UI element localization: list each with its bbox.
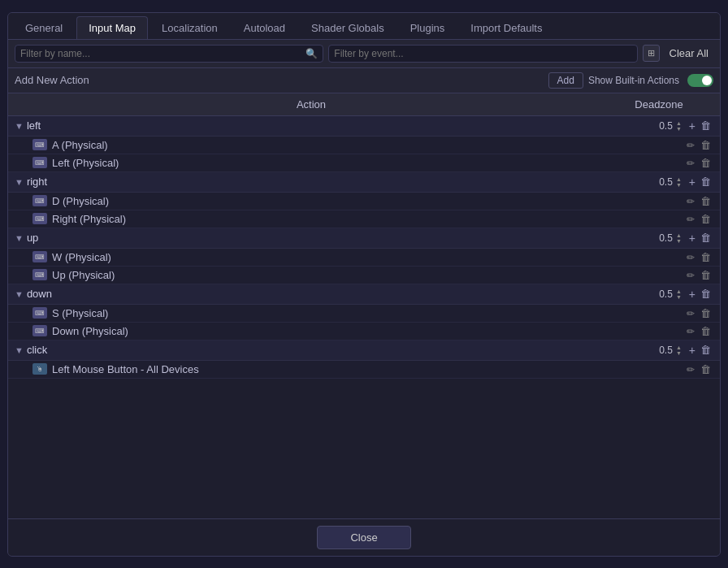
group-name: click xyxy=(27,344,624,356)
item-delete-button[interactable]: 🗑 xyxy=(698,195,713,207)
spin-down-icon[interactable]: ▼ xyxy=(676,182,682,188)
trash-icon: 🗑 xyxy=(700,344,711,356)
group-row[interactable]: ▼ up 0.5 ▲ ▼ + 🗑 xyxy=(8,228,720,249)
item-edit-button[interactable]: ✏ xyxy=(683,363,698,375)
item-edit-button[interactable]: ✏ xyxy=(683,157,698,169)
item-edit-button[interactable]: ✏ xyxy=(683,269,698,281)
group-name: down xyxy=(27,288,624,300)
deadzone-spinner[interactable]: ▲ ▼ xyxy=(676,345,682,356)
list-item: ⌨ Right (Physical) ✏ 🗑 xyxy=(8,210,720,228)
group-add-button[interactable]: + xyxy=(687,232,698,245)
tab-plugins[interactable]: Plugins xyxy=(398,16,457,39)
item-delete-button[interactable]: 🗑 xyxy=(698,213,713,225)
item-edit-button[interactable]: ✏ xyxy=(683,195,698,207)
group-name: right xyxy=(27,176,624,188)
deadzone-spinner[interactable]: ▲ ▼ xyxy=(676,176,682,188)
item-delete-button[interactable]: 🗑 xyxy=(698,269,713,281)
spin-up-icon[interactable]: ▲ xyxy=(676,345,682,350)
pencil-icon: ✏ xyxy=(687,140,695,151)
tab-input-map[interactable]: Input Map xyxy=(76,16,148,39)
item-delete-button[interactable]: 🗑 xyxy=(698,139,713,151)
group-delete-button[interactable]: 🗑 xyxy=(698,176,713,188)
group-deadzone-value: 0.5 xyxy=(624,345,673,356)
group-row[interactable]: ▼ right 0.5 ▲ ▼ + 🗑 xyxy=(8,172,720,193)
deadzone-spinner[interactable]: ▲ ▼ xyxy=(676,288,682,300)
deadzone-spinner[interactable]: ▲ ▼ xyxy=(676,120,682,132)
spin-up-icon[interactable]: ▲ xyxy=(676,176,682,182)
col-deadzone-header: Deadzone xyxy=(606,98,712,111)
item-edit-button[interactable]: ✏ xyxy=(683,251,698,263)
item-name: Down (Physical) xyxy=(52,325,683,337)
groups-container: ▼ left 0.5 ▲ ▼ + 🗑 ⌨ A (Physical) ✏ 🗑 ⌨ … xyxy=(8,116,720,379)
item-edit-button[interactable]: ✏ xyxy=(683,325,698,337)
list-item: ⌨ D (Physical) ✏ 🗑 xyxy=(8,193,720,210)
group-add-button[interactable]: + xyxy=(687,119,698,132)
spin-down-icon[interactable]: ▼ xyxy=(676,238,682,244)
tab-import-defaults[interactable]: Import Defaults xyxy=(458,16,554,39)
group-name: up xyxy=(27,232,624,244)
trash-icon: 🗑 xyxy=(700,119,711,132)
list-item: ⌨ W (Physical) ✏ 🗑 xyxy=(8,249,720,267)
group-add-button[interactable]: + xyxy=(687,176,698,189)
item-name: S (Physical) xyxy=(52,307,683,319)
trash-icon: 🗑 xyxy=(700,307,711,319)
search-icon: 🔍 xyxy=(306,48,318,59)
group-add-button[interactable]: + xyxy=(687,344,698,357)
chevron-down-icon: ▼ xyxy=(15,121,24,131)
settings-dialog: GeneralInput MapLocalizationAutoloadShad… xyxy=(7,12,721,557)
tab-shader-globals[interactable]: Shader Globals xyxy=(299,16,396,39)
trash-icon: 🗑 xyxy=(700,195,711,207)
pencil-icon: ✏ xyxy=(687,308,695,319)
pencil-icon: ✏ xyxy=(687,214,695,225)
event-filter-wrap xyxy=(328,45,637,63)
chevron-down-icon: ▼ xyxy=(15,289,24,299)
trash-icon: 🗑 xyxy=(700,325,711,337)
spin-up-icon[interactable]: ▲ xyxy=(676,120,682,126)
name-filter-wrap: 🔍 xyxy=(15,45,323,63)
group-delete-button[interactable]: 🗑 xyxy=(698,232,713,244)
item-name: Right (Physical) xyxy=(52,213,683,225)
name-filter-input[interactable] xyxy=(20,48,302,59)
list-item: ⌨ A (Physical) ✏ 🗑 xyxy=(8,137,720,154)
event-filter-input[interactable] xyxy=(334,48,631,59)
item-edit-button[interactable]: ✏ xyxy=(683,139,698,151)
trash-icon: 🗑 xyxy=(700,176,711,188)
group-delete-button[interactable]: 🗑 xyxy=(698,119,713,132)
add-action-label: Add New Action xyxy=(15,74,544,86)
item-edit-button[interactable]: ✏ xyxy=(683,213,698,225)
group-delete-button[interactable]: 🗑 xyxy=(698,344,713,356)
item-delete-button[interactable]: 🗑 xyxy=(698,251,713,263)
pencil-icon: ✏ xyxy=(687,326,695,337)
spin-down-icon[interactable]: ▼ xyxy=(676,350,682,356)
spin-up-icon[interactable]: ▲ xyxy=(676,288,682,294)
item-delete-button[interactable]: 🗑 xyxy=(698,157,713,169)
item-delete-button[interactable]: 🗑 xyxy=(698,363,713,375)
clear-all-button[interactable]: Clear All xyxy=(665,45,713,62)
group-row[interactable]: ▼ down 0.5 ▲ ▼ + 🗑 xyxy=(8,284,720,305)
add-button[interactable]: Add xyxy=(548,72,583,89)
item-delete-button[interactable]: 🗑 xyxy=(698,307,713,319)
group-delete-button[interactable]: 🗑 xyxy=(698,288,713,300)
list-item: ⌨ Up (Physical) ✏ 🗑 xyxy=(8,267,720,284)
close-button[interactable]: Close xyxy=(317,526,410,549)
group-row[interactable]: ▼ left 0.5 ▲ ▼ + 🗑 xyxy=(8,116,720,137)
trash-icon: 🗑 xyxy=(700,232,711,244)
trash-icon: 🗑 xyxy=(700,139,711,151)
item-name: Left (Physical) xyxy=(52,157,683,169)
group-row[interactable]: ▼ click 0.5 ▲ ▼ + 🗑 xyxy=(8,340,720,361)
show-builtin-toggle[interactable] xyxy=(687,74,713,87)
deadzone-spinner[interactable]: ▲ ▼ xyxy=(676,232,682,244)
spin-up-icon[interactable]: ▲ xyxy=(676,232,682,238)
spin-down-icon[interactable]: ▼ xyxy=(676,126,682,132)
tab-autoload[interactable]: Autoload xyxy=(232,16,297,39)
item-edit-button[interactable]: ✏ xyxy=(683,307,698,319)
event-filter-icon-btn[interactable]: ⊞ xyxy=(643,45,660,62)
tab-localization[interactable]: Localization xyxy=(150,16,230,39)
table-header: Action Deadzone xyxy=(8,93,720,116)
spin-down-icon[interactable]: ▼ xyxy=(676,294,682,300)
tab-general[interactable]: General xyxy=(13,16,75,39)
group-add-button[interactable]: + xyxy=(687,288,698,301)
item-name: D (Physical) xyxy=(52,195,683,207)
item-delete-button[interactable]: 🗑 xyxy=(698,325,713,337)
filter-row: 🔍 ⊞ Clear All xyxy=(8,40,720,68)
